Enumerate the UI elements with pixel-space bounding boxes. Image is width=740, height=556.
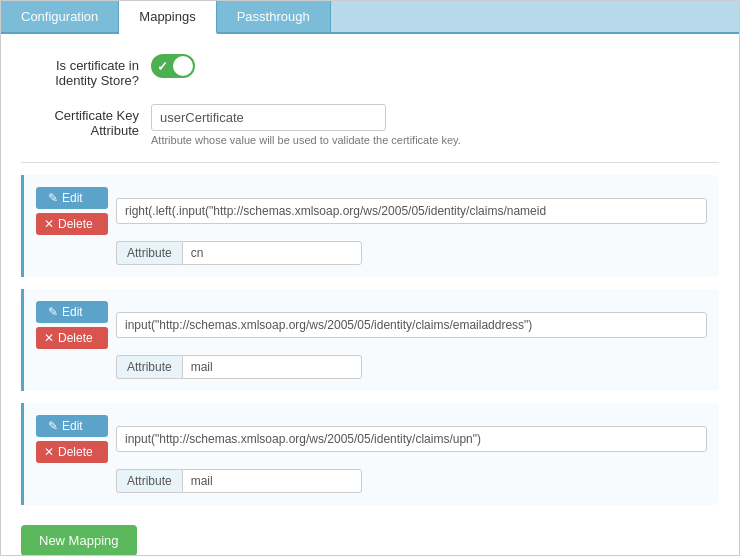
mapping-expression-0: right(.left(.input("http://schemas.xmlso… bbox=[116, 198, 707, 224]
edit-label-2: Edit bbox=[62, 419, 83, 433]
delete-icon-1: ✕ bbox=[44, 331, 54, 345]
attribute-value-1: mail bbox=[182, 355, 362, 379]
mapping-buttons-1: ✎ Edit ✕ Delete bbox=[36, 301, 108, 349]
mapping-block-2: ✎ Edit ✕ Delete input("http://schemas.xm… bbox=[21, 403, 719, 505]
divider bbox=[21, 162, 719, 163]
new-mapping-button[interactable]: New Mapping bbox=[21, 525, 137, 555]
mapping-row-1: ✎ Edit ✕ Delete input("http://schemas.xm… bbox=[36, 301, 707, 349]
delete-button-2[interactable]: ✕ Delete bbox=[36, 441, 108, 463]
edit-button-0[interactable]: ✎ Edit bbox=[36, 187, 108, 209]
mapping-expression-1: input("http://schemas.xmlsoap.org/ws/200… bbox=[116, 312, 707, 338]
tab-bar: Configuration Mappings Passthrough bbox=[1, 1, 739, 34]
mapping-buttons-0: ✎ Edit ✕ Delete bbox=[36, 187, 108, 235]
attribute-value-0: cn bbox=[182, 241, 362, 265]
certificate-store-toggle[interactable]: ✓ bbox=[151, 54, 195, 78]
cert-key-input[interactable] bbox=[151, 104, 386, 131]
mappings-area: ✎ Edit ✕ Delete right(.left(.input("http… bbox=[21, 175, 719, 505]
certificate-store-label: Is certificate in Identity Store? bbox=[21, 54, 151, 88]
edit-icon-1: ✎ bbox=[48, 305, 58, 319]
delete-button-0[interactable]: ✕ Delete bbox=[36, 213, 108, 235]
certificate-store-control: ✓ bbox=[151, 54, 719, 81]
cert-key-control: Attribute whose value will be used to va… bbox=[151, 104, 719, 146]
delete-label-0: Delete bbox=[58, 217, 93, 231]
edit-icon-2: ✎ bbox=[48, 419, 58, 433]
attribute-row-2: Attribute mail bbox=[116, 469, 707, 493]
mapping-expression-2: input("http://schemas.xmlsoap.org/ws/200… bbox=[116, 426, 707, 452]
delete-icon-2: ✕ bbox=[44, 445, 54, 459]
delete-label-1: Delete bbox=[58, 331, 93, 345]
attribute-label-0: Attribute bbox=[116, 241, 182, 265]
delete-icon-0: ✕ bbox=[44, 217, 54, 231]
attribute-value-2: mail bbox=[182, 469, 362, 493]
attribute-row-0: Attribute cn bbox=[116, 241, 707, 265]
mapping-row-2: ✎ Edit ✕ Delete input("http://schemas.xm… bbox=[36, 415, 707, 463]
attribute-row-1: Attribute mail bbox=[116, 355, 707, 379]
cert-key-hint: Attribute whose value will be used to va… bbox=[151, 134, 719, 146]
edit-icon-0: ✎ bbox=[48, 191, 58, 205]
mapping-buttons-2: ✎ Edit ✕ Delete bbox=[36, 415, 108, 463]
cert-key-label: Certificate Key Attribute bbox=[21, 104, 151, 138]
mapping-block-1: ✎ Edit ✕ Delete input("http://schemas.xm… bbox=[21, 289, 719, 391]
certificate-store-row: Is certificate in Identity Store? ✓ bbox=[21, 54, 719, 88]
delete-label-2: Delete bbox=[58, 445, 93, 459]
attribute-label-1: Attribute bbox=[116, 355, 182, 379]
content-area: Is certificate in Identity Store? ✓ Cert… bbox=[1, 34, 739, 555]
edit-label-1: Edit bbox=[62, 305, 83, 319]
attribute-label-2: Attribute bbox=[116, 469, 182, 493]
mapping-block-0: ✎ Edit ✕ Delete right(.left(.input("http… bbox=[21, 175, 719, 277]
tab-configuration[interactable]: Configuration bbox=[1, 1, 119, 32]
toggle-check-icon: ✓ bbox=[157, 59, 168, 74]
tab-mappings[interactable]: Mappings bbox=[119, 1, 216, 34]
edit-label-0: Edit bbox=[62, 191, 83, 205]
cert-key-row: Certificate Key Attribute Attribute whos… bbox=[21, 104, 719, 146]
delete-button-1[interactable]: ✕ Delete bbox=[36, 327, 108, 349]
tab-passthrough[interactable]: Passthrough bbox=[217, 1, 331, 32]
toggle-wrapper: ✓ bbox=[151, 54, 195, 78]
edit-button-1[interactable]: ✎ Edit bbox=[36, 301, 108, 323]
edit-button-2[interactable]: ✎ Edit bbox=[36, 415, 108, 437]
mapping-row-0: ✎ Edit ✕ Delete right(.left(.input("http… bbox=[36, 187, 707, 235]
main-container: Configuration Mappings Passthrough Is ce… bbox=[0, 0, 740, 556]
